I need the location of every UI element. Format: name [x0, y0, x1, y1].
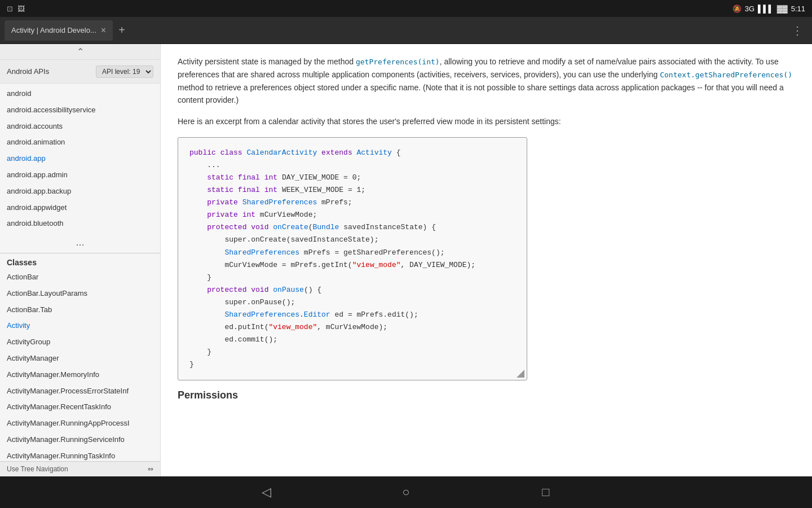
tab-bar: Activity | Android Develo... × + ⋮ [0, 17, 812, 44]
sidebar-package-item[interactable]: android.app.backup [0, 183, 160, 200]
classes-header: Classes [0, 253, 160, 269]
code-line: ... [189, 159, 515, 172]
recents-icon: □ [542, 485, 549, 500]
resize-handle[interactable] [517, 370, 524, 378]
code-line: } [189, 358, 515, 371]
status-bar-right: 🔕 3G ▌▌▌ ▓▓ 5:11 [732, 5, 805, 13]
expand-collapse-icon: ⇔ [148, 465, 153, 473]
sidebar-class-item[interactable]: ActivityGroup [0, 334, 160, 351]
status-bar: ⊡ 🖼 🔕 3G ▌▌▌ ▓▓ 5:11 [0, 0, 812, 17]
code-line: } [189, 346, 515, 358]
sidebar: ⌃ Android APIs API level: 19 API level: … [0, 44, 161, 476]
paragraph-1-text-c: method to retrieve a preferences object … [178, 83, 784, 104]
permissions-heading: Permissions [178, 389, 795, 401]
content-area: Activity persistent state is managed by … [161, 44, 812, 476]
code-line: static final int WEEK_VIEW_MODE = 1; [189, 184, 515, 196]
sidebar-class-item[interactable]: ActionBar [0, 269, 160, 286]
main-area: ⌃ Android APIs API level: 19 API level: … [0, 44, 812, 476]
code-line: super.onCreate(savedInstanceState); [189, 234, 515, 246]
sidebar-class-item[interactable]: ActivityManager.RunningAppProcessI [0, 415, 160, 432]
home-button[interactable]: ○ [392, 479, 420, 506]
code-line: private int mCurViewMode; [189, 209, 515, 221]
new-tab-button[interactable]: + [113, 21, 131, 40]
paragraph-1: Activity persistent state is managed by … [178, 55, 795, 106]
more-packages-indicator: ··· [0, 237, 160, 253]
code-line: SharedPreferences mPrefs = getSharedPref… [189, 247, 515, 259]
mute-icon: 🔕 [732, 5, 742, 13]
sidebar-package-item[interactable]: android.animation [0, 134, 160, 151]
paragraph-1-text-a: Activity persistent state is managed by … [178, 57, 356, 66]
code-line: public class CalendarActivity extends Ac… [189, 147, 515, 159]
overflow-menu-button[interactable]: ⋮ [787, 21, 807, 40]
get-shared-preferences-link[interactable]: Context.getSharedPreferences() [660, 71, 792, 79]
tab-title: Activity | Android Develo... [11, 26, 96, 34]
sidebar-package-item[interactable]: android [0, 86, 160, 102]
sidebar-package-item[interactable]: android.bluetooth [0, 216, 160, 232]
sidebar-package-item[interactable]: android.accounts [0, 119, 160, 135]
sidebar-footer: Use Tree Navigation ⇔ [0, 461, 160, 476]
sidebar-package-item[interactable]: android.content [0, 232, 160, 237]
code-line: ed.commit(); [189, 334, 515, 346]
tree-navigation-toggle[interactable]: ⇔ [148, 465, 153, 473]
back-button[interactable]: ◁ [253, 479, 280, 506]
tree-navigation-label[interactable]: Use Tree Navigation [7, 465, 68, 473]
code-line: SharedPreferences.Editor ed = mPrefs.edi… [189, 309, 515, 321]
time-display: 5:11 [791, 5, 805, 13]
sidebar-class-item[interactable]: ActivityManager [0, 351, 160, 367]
code-line: private SharedPreferences mPrefs; [189, 196, 515, 209]
sidebar-title: Android APIs [7, 67, 49, 76]
signal-icon: 3G [745, 5, 754, 13]
sidebar-class-item[interactable]: ActivityManager.RunningServiceInfo [0, 432, 160, 448]
status-bar-left: ⊡ 🖼 [7, 5, 732, 13]
code-line: } [189, 271, 515, 284]
sidebar-collapse-icon[interactable]: ⌃ [77, 46, 84, 57]
code-line: static final int DAY_VIEW_MODE = 0; [189, 172, 515, 184]
code-line: mCurViewMode = mPrefs.getInt("view_mode"… [189, 259, 515, 271]
active-tab[interactable]: Activity | Android Develo... × [5, 20, 113, 41]
bottom-nav-bar: ◁ ○ □ [0, 476, 812, 508]
sidebar-package-item[interactable]: android.accessibilityservice [0, 102, 160, 119]
sidebar-class-item[interactable]: ActivityManager.RecentTaskInfo [0, 399, 160, 415]
signal-bars-icon: ▌▌▌ [758, 5, 774, 13]
sidebar-package-item[interactable]: android.app.admin [0, 167, 160, 183]
code-line: protected void onPause() { [189, 284, 515, 296]
screen-icon: ⊡ [7, 5, 13, 13]
classes-list: ActionBarActionBar.LayoutParamsActionBar… [0, 269, 160, 461]
tab-close-button[interactable]: × [101, 25, 106, 36]
code-block: public class CalendarActivity extends Ac… [178, 137, 527, 381]
sidebar-class-item[interactable]: ActivityManager.RunningTaskInfo [0, 448, 160, 461]
home-icon: ○ [402, 485, 409, 500]
code-line: super.onPause(); [189, 296, 515, 309]
sidebar-class-item[interactable]: ActionBar.Tab [0, 302, 160, 318]
sidebar-class-item[interactable]: Activity [0, 318, 160, 334]
battery-icon: ▓▓ [777, 5, 788, 13]
paragraph-2: Here is an excerpt from a calendar activ… [178, 115, 795, 128]
recents-button[interactable]: □ [532, 479, 559, 506]
classes-section: Classes ActionBarActionBar.LayoutParamsA… [0, 253, 160, 461]
sidebar-package-item[interactable]: android.app [0, 151, 160, 167]
photo-icon: 🖼 [17, 5, 25, 13]
code-line: ed.putInt("view_mode", mCurViewMode); [189, 321, 515, 334]
code-line: protected void onCreate(Bundle savedInst… [189, 221, 515, 234]
sidebar-package-item[interactable]: android.appwidget [0, 200, 160, 216]
sidebar-header: Android APIs API level: 19 API level: 18… [0, 60, 160, 84]
get-preferences-link[interactable]: getPreferences(int) [356, 58, 440, 66]
sidebar-class-item[interactable]: ActionBar.LayoutParams [0, 286, 160, 302]
sidebar-class-item[interactable]: ActivityManager.ProcessErrorStateInf [0, 383, 160, 400]
back-icon: ◁ [262, 485, 271, 500]
api-level-select[interactable]: API level: 19 API level: 18 API level: 1… [96, 65, 153, 78]
packages-list: androidandroid.accessibilityserviceandro… [0, 84, 160, 237]
sidebar-class-item[interactable]: ActivityManager.MemoryInfo [0, 367, 160, 383]
